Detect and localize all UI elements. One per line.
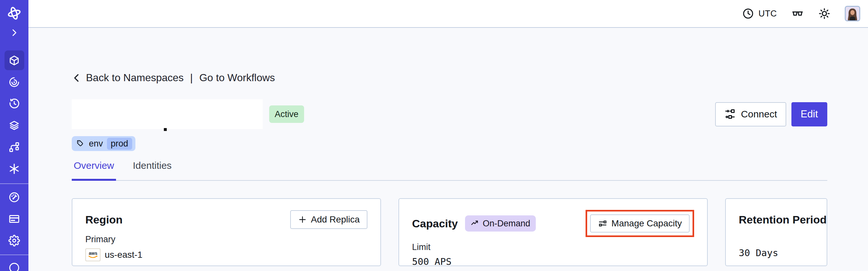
clock-icon <box>742 8 754 20</box>
region-value: us-east-1 <box>105 250 143 260</box>
namespace-tag: env prod <box>72 136 135 151</box>
main-content: Back to Namespaces | Go to Workflows Act… <box>72 28 827 266</box>
tag-row: env prod <box>72 136 827 151</box>
back-link-label: Back to Namespaces <box>86 72 184 84</box>
asterisk-icon <box>8 163 20 175</box>
manage-capacity-label: Manage Capacity <box>612 218 682 229</box>
tab-overview[interactable]: Overview <box>72 160 116 181</box>
region-card-title: Region <box>85 213 122 226</box>
retention-value: 30 Days <box>739 247 814 259</box>
sidebar-item-usage[interactable] <box>4 187 24 207</box>
on-demand-label: On-Demand <box>483 219 530 229</box>
status-badge: Active <box>269 106 304 123</box>
namespace-actions: Connect Edit <box>715 102 827 126</box>
glasses-icon <box>791 7 804 20</box>
tab-identities[interactable]: Identities <box>131 160 174 181</box>
sidebar-item-pipelines[interactable] <box>4 137 24 157</box>
namespace-title-redacted <box>72 99 263 129</box>
sidebar-expand-button[interactable] <box>7 28 21 37</box>
schedules-clock-icon <box>8 98 20 110</box>
add-replica-label: Add Replica <box>311 214 360 225</box>
sidebar-item-batch-operations[interactable] <box>4 159 24 179</box>
breadcrumb-separator: | <box>190 72 193 84</box>
plus-icon <box>298 215 307 224</box>
limit-label: Limit <box>412 242 694 252</box>
sidebar-divider <box>0 254 28 255</box>
layers-stack-icon <box>8 120 20 131</box>
breadcrumb: Back to Namespaces | Go to Workflows <box>72 72 827 84</box>
sidebar-item-help[interactable] <box>4 258 24 271</box>
settings-gear-icon <box>8 235 20 246</box>
connect-button[interactable]: Connect <box>715 102 786 126</box>
capacity-card: Capacity On-Demand <box>399 198 708 266</box>
labs-toggle-button[interactable] <box>791 7 804 20</box>
go-to-workflows-link[interactable]: Go to Workflows <box>199 72 275 84</box>
manage-capacity-button[interactable]: Manage Capacity <box>590 214 690 233</box>
sidebar-divider <box>0 183 28 184</box>
billing-card-icon <box>8 213 20 225</box>
tag-icon <box>76 140 85 148</box>
region-card-header: Region Add Replica <box>85 210 367 229</box>
overview-cards: Region Add Replica Primary aws <box>72 198 827 266</box>
usage-gauge-icon <box>8 191 20 203</box>
workflows-link-label: Go to Workflows <box>199 72 275 84</box>
nexus-spiral-icon <box>8 76 20 88</box>
primary-label: Primary <box>85 235 367 244</box>
region-value-row: aws us-east-1 <box>85 248 367 261</box>
sidebar-item-settings[interactable] <box>4 231 24 250</box>
connect-button-label: Connect <box>741 109 777 120</box>
edit-button-label: Edit <box>801 108 818 120</box>
timezone-selector[interactable]: UTC <box>742 8 777 20</box>
top-bar: UTC <box>28 0 868 28</box>
aws-logo-icon: aws <box>85 248 100 261</box>
retention-card-title: Retention Period <box>739 213 827 226</box>
sliders-icon <box>598 219 608 228</box>
tabs: Overview Identities <box>72 160 827 181</box>
trend-up-icon <box>470 219 479 228</box>
retention-card: Retention Period 30 Days <box>725 198 827 266</box>
pipeline-branch-icon <box>8 141 20 153</box>
sun-icon <box>818 7 831 20</box>
help-circle-icon <box>8 262 20 271</box>
capacity-card-title: Capacity <box>412 217 458 230</box>
aws-logo-text: aws <box>89 251 97 256</box>
sidebar-item-billing[interactable] <box>4 209 24 229</box>
namespace-title-row: Active Connect <box>72 99 827 129</box>
add-replica-button[interactable]: Add Replica <box>290 210 367 229</box>
sidebar-item-namespaces[interactable] <box>4 51 24 70</box>
redaction-artifact <box>164 128 167 131</box>
temporal-logo-icon[interactable] <box>6 6 22 21</box>
tag-value: prod <box>107 138 132 150</box>
sidebar-item-deployments[interactable] <box>4 116 24 135</box>
user-avatar[interactable] <box>845 6 860 21</box>
timezone-label: UTC <box>758 9 777 19</box>
namespaces-cube-icon <box>8 55 20 66</box>
region-card: Region Add Replica Primary aws <box>72 198 381 266</box>
manage-capacity-highlight: Manage Capacity <box>586 210 694 237</box>
capacity-card-header: Capacity On-Demand <box>412 210 694 237</box>
sidebar <box>0 0 28 271</box>
sidebar-item-schedules[interactable] <box>4 94 24 114</box>
on-demand-badge: On-Demand <box>465 215 536 232</box>
back-to-namespaces-link[interactable]: Back to Namespaces <box>72 72 184 84</box>
back-chevron-icon <box>72 73 82 83</box>
sidebar-item-nexus[interactable] <box>4 72 24 92</box>
limit-value: 500 APS <box>412 256 452 267</box>
theme-toggle-button[interactable] <box>818 7 831 20</box>
retention-card-header: Retention Period <box>739 210 814 229</box>
connect-flow-icon <box>724 108 736 120</box>
edit-button[interactable]: Edit <box>792 102 827 126</box>
tag-key: env <box>89 139 103 149</box>
